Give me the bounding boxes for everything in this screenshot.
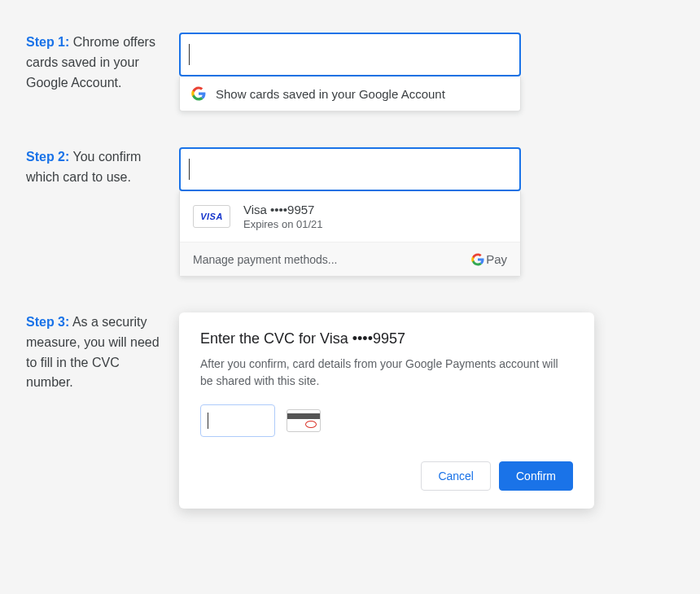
confirm-button[interactable]: Confirm [499, 461, 573, 491]
google-cards-suggestion[interactable]: Show cards saved in your Google Account [179, 76, 521, 111]
text-cursor [189, 159, 190, 180]
google-g-icon [191, 86, 206, 101]
step-1-label: Step 1: [26, 35, 69, 49]
cancel-button[interactable]: Cancel [421, 461, 491, 491]
cvc-input[interactable] [200, 404, 275, 437]
text-cursor [189, 44, 190, 65]
text-cursor [208, 413, 208, 429]
card-number-input-2[interactable] [179, 147, 521, 191]
step-2-row: Step 2: You confirm which card to use. V… [0, 147, 700, 277]
manage-payment-methods-label: Manage payment methods... [193, 253, 337, 266]
card-option-visa[interactable]: VISA Visa ••••9957 Expires on 01/21 [180, 191, 520, 242]
confirm-button-label: Confirm [516, 470, 556, 483]
step-2-label: Step 2: [26, 150, 69, 164]
cvc-dialog-title: Enter the CVC for Visa ••••9957 [200, 330, 573, 347]
card-meta: Visa ••••9957 Expires on 01/21 [243, 203, 323, 230]
card-back-icon [287, 409, 321, 432]
step-1-panel: Show cards saved in your Google Account [179, 33, 521, 111]
step-3-label: Step 3: [26, 315, 69, 329]
gpay-logo: Pay [471, 252, 507, 266]
step-2-text: Step 2: You confirm which card to use. [0, 147, 179, 188]
step-3-panel: Enter the CVC for Visa ••••9957 After yo… [179, 312, 594, 509]
autofill-steps-figure: Step 1: Chrome offers cards saved in you… [0, 0, 700, 509]
cvc-dialog-actions: Cancel Confirm [200, 461, 573, 491]
cvc-dialog: Enter the CVC for Visa ••••9957 After yo… [179, 312, 594, 509]
manage-payment-methods[interactable]: Manage payment methods... Pay [180, 242, 520, 276]
gpay-text: Pay [486, 252, 507, 266]
step-2-panel: VISA Visa ••••9957 Expires on 01/21 Mana… [179, 147, 521, 277]
step-3-row: Step 3: As a security measure, you will … [0, 312, 700, 509]
step-3-text: Step 3: As a security measure, you will … [0, 312, 179, 393]
card-display: Visa ••••9957 [243, 203, 323, 216]
visa-badge-icon: VISA [193, 205, 230, 228]
step-1-row: Step 1: Chrome offers cards saved in you… [0, 33, 700, 111]
card-number-input[interactable] [179, 33, 521, 76]
cancel-button-label: Cancel [438, 470, 474, 483]
card-expiry: Expires on 01/21 [243, 218, 323, 230]
step-1-text: Step 1: Chrome offers cards saved in you… [0, 33, 179, 93]
card-picker-dropdown: VISA Visa ••••9957 Expires on 01/21 Mana… [179, 191, 521, 277]
cvc-dialog-desc: After you confirm, card details from you… [200, 356, 573, 390]
cvc-input-row [200, 404, 573, 437]
google-cards-suggestion-text: Show cards saved in your Google Account [216, 87, 445, 101]
